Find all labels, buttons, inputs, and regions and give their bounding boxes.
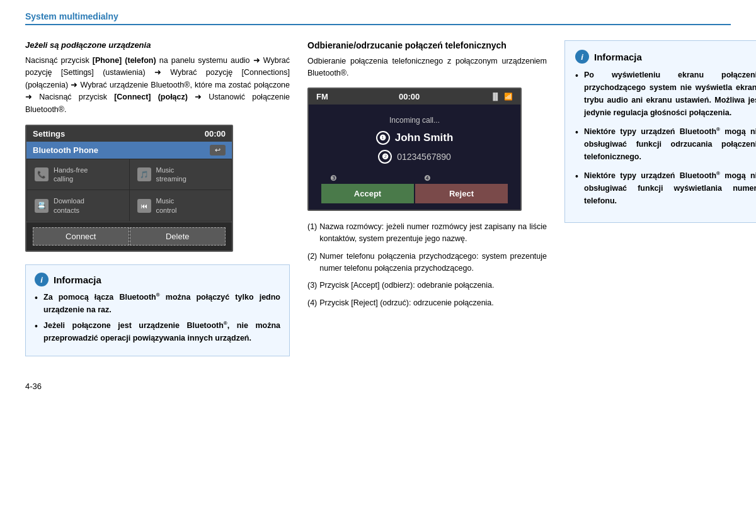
note-2-num: (2) (307, 251, 317, 275)
note-2-text: Numer telefonu połączenia przychodzącego… (319, 251, 547, 275)
reject-wrapper: ❹ Reject (415, 174, 508, 203)
left-info-box: i Informacja Za pomocą łącza Bluetooth® … (25, 264, 290, 356)
music-streaming-icon: 🎵 (137, 167, 151, 181)
caller-name-row: ❶ John Smith (321, 131, 508, 145)
music-control-icon: ⏮ (137, 199, 151, 213)
phone-num-badge: ❷ (378, 150, 392, 164)
note-1: (1) Nazwa rozmówcy: jeżeli numer rozmówc… (307, 221, 547, 246)
left-column: Jeżeli są podłączone urządzenia Nacisnąć… (25, 40, 290, 356)
call-screenshot: FM 00:00 ▐▌ 📶 Incoming call... ❶ John Sm… (307, 88, 522, 211)
left-subsection-title: Jeżeli są podłączone urządzenia (25, 40, 290, 50)
accept-num: ❸ (321, 174, 337, 183)
handsfree-label: Hands-freecalling (54, 166, 88, 184)
phone-number: 01234567890 (397, 152, 451, 162)
page-container: System multimedialny Jeżeli są podłączon… (0, 0, 756, 404)
music-control-label: Musiccontrol (156, 196, 177, 215)
right-info-item-3: Niektóre typy urządzeń Bluetooth® mogą n… (575, 169, 756, 207)
ss-menu-item-handsfree[interactable]: 📞 Hands-freecalling (27, 159, 129, 190)
mid-intro: Odbieranie połączenia telefonicznego z p… (307, 55, 547, 80)
call-buttons-row: ❸ Accept ❹ Reject (321, 174, 508, 203)
download-contacts-icon: 📇 (35, 199, 49, 213)
ss-menu-item-download-contacts[interactable]: 📇 Downloadcontacts (27, 190, 129, 221)
right-info-list: Po wyświetleniu ekranu połączenia przych… (575, 69, 756, 207)
right-info-item-1: Po wyświetleniu ekranu połączenia przych… (575, 69, 756, 119)
page-header: System multimedialny (25, 11, 731, 25)
ss-menu-grid: 📞 Hands-freecalling 🎵 Musicstreaming 📇 D… (26, 159, 232, 222)
note-4-text: Przycisk [Reject] (odrzuć): odrzucenie p… (319, 297, 494, 309)
page-title: System multimedialny (25, 11, 118, 21)
incoming-call-text: Incoming call... (321, 116, 508, 125)
note-4: (4) Przycisk [Reject] (odrzuć): odrzucen… (307, 297, 547, 309)
caller-phone-row: ❷ 01234567890 (321, 150, 508, 164)
ss-subbar: Bluetooth Phone ↩ (26, 142, 232, 159)
download-contacts-label: Downloadcontacts (54, 196, 84, 215)
ss-title: Settings (33, 129, 65, 139)
content-grid: Jeżeli są podłączone urządzenia Nacisnąć… (25, 40, 731, 356)
note-3-text: Przycisk [Accept] (odbierz): odebranie p… (319, 280, 494, 291)
accept-wrapper: ❸ Accept (321, 174, 414, 203)
info-item-2: Jeżeli połączone jest urządzenie Bluetoo… (35, 320, 280, 344)
ss-subbar-text: Bluetooth Phone (33, 145, 98, 155)
numbered-notes: (1) Nazwa rozmówcy: jeżeli numer rozmówc… (307, 221, 547, 309)
call-body: Incoming call... ❶ John Smith ❷ 01234567… (309, 105, 520, 210)
ss-menu-item-music-streaming[interactable]: 🎵 Musicstreaming (130, 159, 232, 190)
right-info-box: i Informacja Po wyświetleniu ekranu połą… (564, 40, 756, 223)
call-fm-label: FM (316, 92, 328, 101)
caller-name: John Smith (395, 132, 454, 144)
note-3: (3) Przycisk [Accept] (odbierz): odebran… (307, 280, 547, 291)
settings-screenshot: Settings 00:00 Bluetooth Phone ↩ 📞 Hands… (25, 125, 233, 252)
right-info-title: Informacja (594, 52, 642, 62)
music-streaming-label: Musicstreaming (156, 166, 186, 184)
ss-titlebar: Settings 00:00 (26, 126, 232, 142)
right-info-icon: i (575, 50, 589, 64)
connect-button[interactable]: Connect (33, 227, 129, 246)
reject-button[interactable]: Reject (415, 184, 508, 203)
note-4-num: (4) (307, 297, 317, 309)
info-item-1: Za pomocą łącza Bluetooth® można połączy… (35, 291, 280, 316)
note-3-num: (3) (307, 280, 317, 291)
signal-icon: ▐▌ (490, 93, 500, 100)
note-1-text: Nazwa rozmówcy: jeżeli numer rozmówcy je… (319, 221, 547, 246)
reject-num: ❹ (415, 174, 431, 183)
info-list: Za pomocą łącza Bluetooth® można połączy… (35, 291, 280, 344)
call-status-icons: ▐▌ 📶 (490, 93, 513, 101)
page-number: 4-36 (25, 382, 42, 391)
middle-column: Odbieranie/odrzucanie połączeń telefonic… (307, 40, 547, 356)
caller-num-badge: ❶ (376, 131, 390, 145)
note-2: (2) Numer telefonu połączenia przychodzą… (307, 251, 547, 275)
ss-back-button[interactable]: ↩ (210, 145, 226, 156)
delete-button[interactable]: Delete (130, 227, 226, 246)
call-time: 00:00 (399, 92, 420, 101)
handsfree-icon: 📞 (35, 167, 49, 181)
note-1-num: (1) (307, 221, 317, 246)
ss-menu-item-music-control[interactable]: ⏮ Musiccontrol (130, 190, 232, 221)
mid-section-title: Odbieranie/odrzucanie połączeń telefonic… (307, 40, 547, 50)
info-icon: i (35, 273, 49, 286)
ss-time: 00:00 (205, 129, 226, 139)
accept-button[interactable]: Accept (321, 184, 414, 203)
info-box-title: Informacja (54, 274, 101, 285)
right-info-item-2: Niektóre typy urządzeń Bluetooth® mogą n… (575, 125, 756, 163)
left-body-text: Nacisnąć przycisk [Phone] (telefon) na p… (25, 55, 290, 116)
page-footer: 4-36 (25, 375, 731, 391)
right-column: i Informacja Po wyświetleniu ekranu połą… (564, 40, 756, 356)
ss-bottom-bar: Connect Delete (26, 222, 232, 251)
right-info-header: i Informacja (575, 50, 756, 64)
info-box-header: i Informacja (35, 273, 280, 286)
call-top-bar: FM 00:00 ▐▌ 📶 (309, 89, 520, 105)
wifi-icon: 📶 (504, 93, 513, 101)
